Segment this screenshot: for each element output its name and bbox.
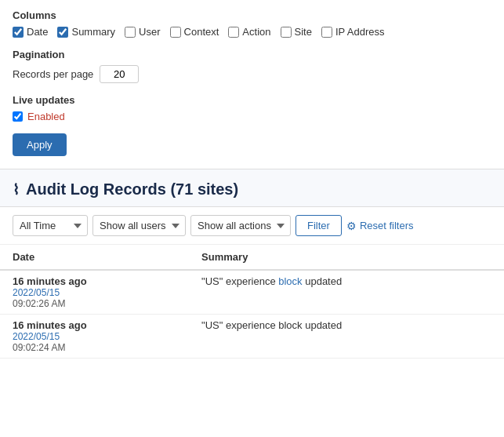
column-user-checkbox[interactable] xyxy=(125,27,136,38)
summary-cell-1: "US" experience block updated xyxy=(189,270,504,315)
reset-filters-button[interactable]: ⚙ Reset filters xyxy=(346,220,414,232)
col-summary-header: Summary xyxy=(189,245,504,270)
column-action-checkbox[interactable] xyxy=(228,27,239,38)
reset-icon: ⚙ xyxy=(346,220,357,232)
filter-row: All Time Last Hour Last Day Last Week Sh… xyxy=(0,207,504,245)
settings-panel: Columns Date Summary User Context Action… xyxy=(0,0,504,169)
column-ip-label: IP Address xyxy=(335,26,385,38)
columns-row: Date Summary User Context Action Site IP… xyxy=(13,26,491,38)
apply-button[interactable]: Apply xyxy=(13,133,67,156)
column-date-label: Date xyxy=(27,26,48,38)
pagination-row: Pagination Records per page xyxy=(13,49,491,83)
column-ip-item[interactable]: IP Address xyxy=(321,26,385,38)
table-header-row: Date Summary xyxy=(0,245,504,270)
column-context-label: Context xyxy=(184,26,219,38)
pagination-label: Pagination xyxy=(13,49,491,60)
date-cell-1: 16 minutes ago 2022/05/15 09:02:26 AM xyxy=(0,270,189,315)
time-1: 09:02:26 AM xyxy=(13,298,176,309)
column-site-checkbox[interactable] xyxy=(281,27,292,38)
column-summary-item[interactable]: Summary xyxy=(57,26,115,38)
column-date-item[interactable]: Date xyxy=(13,26,48,38)
column-action-label: Action xyxy=(242,26,270,38)
column-user-item[interactable]: User xyxy=(125,26,160,38)
column-context-item[interactable]: Context xyxy=(170,26,219,38)
audit-section: ⌇ Audit Log Records (71 sites) xyxy=(0,169,504,207)
table-row: 16 minutes ago 2022/05/15 09:02:24 AM "U… xyxy=(0,315,504,359)
audit-title: ⌇ Audit Log Records (71 sites) xyxy=(13,180,491,198)
summary-cell-2: "US" experience block updated xyxy=(189,315,504,359)
column-action-item[interactable]: Action xyxy=(228,26,270,38)
records-per-page-input[interactable] xyxy=(100,65,139,83)
records-per-page-label: Records per page xyxy=(13,68,93,80)
column-context-checkbox[interactable] xyxy=(170,27,181,38)
column-site-item[interactable]: Site xyxy=(281,26,312,38)
absolute-date-1: 2022/05/15 xyxy=(13,287,176,298)
column-ip-checkbox[interactable] xyxy=(321,27,332,38)
audit-title-text: Audit Log Records (71 sites) xyxy=(26,180,238,198)
waveform-icon: ⌇ xyxy=(13,181,20,198)
filter-button[interactable]: Filter xyxy=(296,215,342,236)
live-updates-checkbox[interactable] xyxy=(13,111,23,122)
summary-link-1[interactable]: block xyxy=(278,275,302,287)
live-updates-label: Live updates xyxy=(13,94,491,106)
users-filter-select[interactable]: Show all users xyxy=(92,215,186,236)
absolute-date-2: 2022/05/15 xyxy=(13,331,176,342)
column-site-label: Site xyxy=(295,26,312,38)
columns-label: Columns xyxy=(13,9,491,21)
relative-time-2: 16 minutes ago xyxy=(13,319,176,331)
column-user-label: User xyxy=(139,26,160,38)
summary-text-2: "US" experience block updated xyxy=(201,319,342,331)
column-date-checkbox[interactable] xyxy=(13,27,24,38)
relative-time-1: 16 minutes ago xyxy=(13,275,176,287)
date-cell-2: 16 minutes ago 2022/05/15 09:02:24 AM xyxy=(0,315,189,359)
time-filter-select[interactable]: All Time Last Hour Last Day Last Week xyxy=(13,215,88,236)
summary-text-1: "US" experience block updated xyxy=(201,275,342,287)
column-summary-checkbox[interactable] xyxy=(57,27,68,38)
enabled-label: Enabled xyxy=(27,111,65,122)
pagination-inner: Records per page xyxy=(13,65,491,83)
col-date-header: Date xyxy=(0,245,189,270)
table-row: 16 minutes ago 2022/05/15 09:02:26 AM "U… xyxy=(0,270,504,315)
reset-filters-label: Reset filters xyxy=(360,220,414,231)
audit-table: Date Summary 16 minutes ago 2022/05/15 0… xyxy=(0,245,504,359)
time-2: 09:02:24 AM xyxy=(13,342,176,353)
actions-filter-select[interactable]: Show all actions xyxy=(190,215,291,236)
column-summary-label: Summary xyxy=(71,26,115,38)
live-updates-row: Live updates Enabled xyxy=(13,94,491,122)
